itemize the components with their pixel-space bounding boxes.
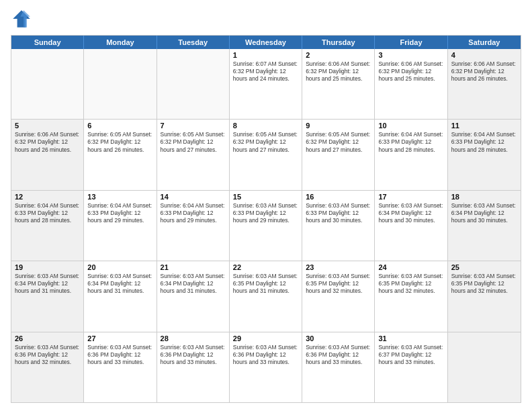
calendar-cell-r4-c2: 28Sunrise: 6:03 AM Sunset: 6:36 PM Dayli… xyxy=(157,332,230,402)
day-info: Sunrise: 6:03 AM Sunset: 6:34 PM Dayligh… xyxy=(451,202,517,224)
calendar-cell-r1-c2: 7Sunrise: 6:05 AM Sunset: 6:32 PM Daylig… xyxy=(157,120,230,189)
calendar-cell-r3-c5: 24Sunrise: 6:03 AM Sunset: 6:35 PM Dayli… xyxy=(375,261,447,331)
calendar-cell-r0-c1 xyxy=(84,49,157,119)
logo-icon xyxy=(11,8,32,30)
day-number: 15 xyxy=(233,193,298,201)
svg-marker-0 xyxy=(13,10,30,28)
day-info: Sunrise: 6:03 AM Sunset: 6:36 PM Dayligh… xyxy=(87,344,152,366)
day-number: 29 xyxy=(233,334,298,342)
calendar-cell-r2-c4: 16Sunrise: 6:03 AM Sunset: 6:33 PM Dayli… xyxy=(302,191,375,261)
calendar-cell-r1-c3: 8Sunrise: 6:05 AM Sunset: 6:32 PM Daylig… xyxy=(230,120,302,189)
calendar: SundayMondayTuesdayWednesdayThursdayFrid… xyxy=(11,35,521,403)
calendar-cell-r0-c4: 2Sunrise: 6:06 AM Sunset: 6:32 PM Daylig… xyxy=(302,49,375,119)
day-info: Sunrise: 6:05 AM Sunset: 6:32 PM Dayligh… xyxy=(87,131,152,153)
calendar-cell-r3-c6: 25Sunrise: 6:03 AM Sunset: 6:35 PM Dayli… xyxy=(448,261,521,331)
day-number: 20 xyxy=(87,263,152,271)
day-number: 25 xyxy=(451,263,517,271)
calendar-cell-r4-c4: 30Sunrise: 6:03 AM Sunset: 6:36 PM Dayli… xyxy=(302,332,375,402)
calendar-cell-r0-c0 xyxy=(11,49,84,119)
day-number: 4 xyxy=(451,51,517,59)
calendar-cell-r3-c3: 22Sunrise: 6:03 AM Sunset: 6:35 PM Dayli… xyxy=(230,261,302,331)
logo xyxy=(11,8,35,30)
day-info: Sunrise: 6:06 AM Sunset: 6:32 PM Dayligh… xyxy=(378,60,443,83)
day-number: 7 xyxy=(161,122,226,130)
day-info: Sunrise: 6:03 AM Sunset: 6:36 PM Dayligh… xyxy=(161,344,226,366)
day-info: Sunrise: 6:03 AM Sunset: 6:33 PM Dayligh… xyxy=(306,202,371,224)
day-info: Sunrise: 6:06 AM Sunset: 6:32 PM Dayligh… xyxy=(451,60,517,83)
weekday-header-saturday: Saturday xyxy=(448,36,521,49)
weekday-header-monday: Monday xyxy=(84,36,157,49)
calendar-cell-r0-c5: 3Sunrise: 6:06 AM Sunset: 6:32 PM Daylig… xyxy=(375,49,447,119)
day-number: 30 xyxy=(306,334,371,342)
calendar-row-3: 19Sunrise: 6:03 AM Sunset: 6:34 PM Dayli… xyxy=(11,261,521,331)
calendar-cell-r3-c1: 20Sunrise: 6:03 AM Sunset: 6:34 PM Dayli… xyxy=(84,261,157,331)
weekday-header-wednesday: Wednesday xyxy=(230,36,302,49)
day-info: Sunrise: 6:04 AM Sunset: 6:33 PM Dayligh… xyxy=(451,131,517,153)
calendar-row-1: 5Sunrise: 6:06 AM Sunset: 6:32 PM Daylig… xyxy=(11,119,521,189)
weekday-header-sunday: Sunday xyxy=(11,36,84,49)
calendar-cell-r1-c5: 10Sunrise: 6:04 AM Sunset: 6:33 PM Dayli… xyxy=(375,120,447,189)
day-number: 11 xyxy=(451,122,517,130)
calendar-cell-r2-c2: 14Sunrise: 6:04 AM Sunset: 6:33 PM Dayli… xyxy=(157,191,230,261)
day-info: Sunrise: 6:03 AM Sunset: 6:36 PM Dayligh… xyxy=(15,344,80,366)
day-number: 18 xyxy=(451,193,517,201)
weekday-header-thursday: Thursday xyxy=(302,36,375,49)
day-number: 2 xyxy=(306,51,371,59)
day-info: Sunrise: 6:05 AM Sunset: 6:32 PM Dayligh… xyxy=(306,131,371,153)
calendar-cell-r2-c6: 18Sunrise: 6:03 AM Sunset: 6:34 PM Dayli… xyxy=(448,191,521,261)
day-number: 6 xyxy=(87,122,152,130)
day-info: Sunrise: 6:06 AM Sunset: 6:32 PM Dayligh… xyxy=(306,60,371,83)
calendar-cell-r2-c5: 17Sunrise: 6:03 AM Sunset: 6:34 PM Dayli… xyxy=(375,191,447,261)
calendar-cell-r3-c4: 23Sunrise: 6:03 AM Sunset: 6:35 PM Dayli… xyxy=(302,261,375,331)
day-number: 5 xyxy=(15,122,80,130)
day-number: 8 xyxy=(233,122,298,130)
calendar-cell-r4-c3: 29Sunrise: 6:03 AM Sunset: 6:36 PM Dayli… xyxy=(230,332,302,402)
day-number: 28 xyxy=(161,334,226,342)
day-info: Sunrise: 6:03 AM Sunset: 6:34 PM Dayligh… xyxy=(161,273,226,295)
day-info: Sunrise: 6:05 AM Sunset: 6:32 PM Dayligh… xyxy=(233,131,298,153)
day-number: 31 xyxy=(378,334,443,342)
calendar-cell-r2-c1: 13Sunrise: 6:04 AM Sunset: 6:33 PM Dayli… xyxy=(84,191,157,261)
calendar-cell-r0-c2 xyxy=(157,49,230,119)
day-number: 10 xyxy=(378,122,443,130)
calendar-cell-r1-c6: 11Sunrise: 6:04 AM Sunset: 6:33 PM Dayli… xyxy=(448,120,521,189)
day-info: Sunrise: 6:03 AM Sunset: 6:35 PM Dayligh… xyxy=(233,273,298,295)
day-info: Sunrise: 6:07 AM Sunset: 6:32 PM Dayligh… xyxy=(233,60,298,83)
calendar-cell-r4-c6 xyxy=(448,332,521,402)
day-number: 14 xyxy=(161,193,226,201)
day-number: 9 xyxy=(306,122,371,130)
calendar-cell-r3-c0: 19Sunrise: 6:03 AM Sunset: 6:34 PM Dayli… xyxy=(11,261,84,331)
calendar-body: 1Sunrise: 6:07 AM Sunset: 6:32 PM Daylig… xyxy=(11,49,521,402)
day-info: Sunrise: 6:04 AM Sunset: 6:33 PM Dayligh… xyxy=(87,202,152,224)
calendar-cell-r0-c6: 4Sunrise: 6:06 AM Sunset: 6:32 PM Daylig… xyxy=(448,49,521,119)
day-number: 1 xyxy=(233,51,298,59)
page: SundayMondayTuesdayWednesdayThursdayFrid… xyxy=(0,0,532,411)
day-info: Sunrise: 6:03 AM Sunset: 6:35 PM Dayligh… xyxy=(451,273,517,295)
day-number: 21 xyxy=(161,263,226,271)
day-info: Sunrise: 6:03 AM Sunset: 6:36 PM Dayligh… xyxy=(306,344,371,366)
day-number: 16 xyxy=(306,193,371,201)
calendar-cell-r1-c0: 5Sunrise: 6:06 AM Sunset: 6:32 PM Daylig… xyxy=(11,120,84,189)
day-info: Sunrise: 6:03 AM Sunset: 6:35 PM Dayligh… xyxy=(378,273,443,295)
day-info: Sunrise: 6:04 AM Sunset: 6:33 PM Dayligh… xyxy=(161,202,226,224)
calendar-cell-r2-c3: 15Sunrise: 6:03 AM Sunset: 6:33 PM Dayli… xyxy=(230,191,302,261)
calendar-row-2: 12Sunrise: 6:04 AM Sunset: 6:33 PM Dayli… xyxy=(11,190,521,261)
calendar-cell-r0-c3: 1Sunrise: 6:07 AM Sunset: 6:32 PM Daylig… xyxy=(230,49,302,119)
weekday-header-friday: Friday xyxy=(375,36,447,49)
day-info: Sunrise: 6:03 AM Sunset: 6:34 PM Dayligh… xyxy=(15,273,80,295)
day-info: Sunrise: 6:06 AM Sunset: 6:32 PM Dayligh… xyxy=(15,131,80,153)
day-number: 3 xyxy=(378,51,443,59)
calendar-cell-r4-c0: 26Sunrise: 6:03 AM Sunset: 6:36 PM Dayli… xyxy=(11,332,84,402)
day-info: Sunrise: 6:05 AM Sunset: 6:32 PM Dayligh… xyxy=(161,131,226,153)
calendar-row-4: 26Sunrise: 6:03 AM Sunset: 6:36 PM Dayli… xyxy=(11,332,521,402)
day-number: 17 xyxy=(378,193,443,201)
day-info: Sunrise: 6:03 AM Sunset: 6:36 PM Dayligh… xyxy=(233,344,298,366)
calendar-header: SundayMondayTuesdayWednesdayThursdayFrid… xyxy=(11,36,521,49)
day-number: 19 xyxy=(15,263,80,271)
day-number: 12 xyxy=(15,193,80,201)
weekday-header-tuesday: Tuesday xyxy=(157,36,230,49)
day-info: Sunrise: 6:04 AM Sunset: 6:33 PM Dayligh… xyxy=(15,202,80,224)
calendar-cell-r4-c5: 31Sunrise: 6:03 AM Sunset: 6:37 PM Dayli… xyxy=(375,332,447,402)
calendar-cell-r2-c0: 12Sunrise: 6:04 AM Sunset: 6:33 PM Dayli… xyxy=(11,191,84,261)
calendar-cell-r1-c4: 9Sunrise: 6:05 AM Sunset: 6:32 PM Daylig… xyxy=(302,120,375,189)
